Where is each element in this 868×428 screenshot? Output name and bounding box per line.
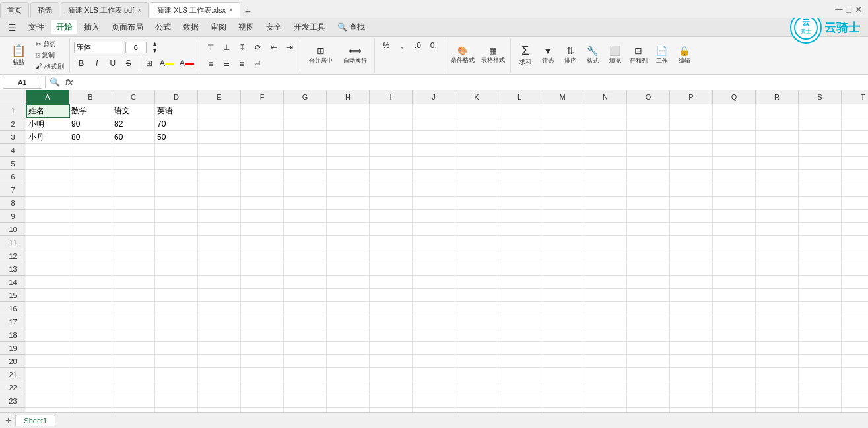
row-header-23[interactable]: 23 [0, 394, 26, 408]
copy-button[interactable]: ⎘ 复制 [33, 50, 67, 61]
cell-G15[interactable] [284, 289, 327, 302]
cell-H19[interactable] [327, 342, 370, 355]
cell-B18[interactable] [69, 328, 112, 342]
function-icon[interactable]: 🔍 [48, 77, 61, 87]
cell-I12[interactable] [370, 249, 413, 262]
cell-Q4[interactable] [713, 144, 756, 157]
cell-L3[interactable] [498, 131, 541, 144]
cell-J4[interactable] [413, 144, 455, 157]
window-maximize[interactable]: □ [846, 4, 851, 15]
cell-B4[interactable] [69, 144, 112, 157]
cell-F7[interactable] [241, 183, 284, 197]
cell-M2[interactable] [541, 117, 584, 131]
cell-B7[interactable] [69, 183, 112, 197]
cell-G8[interactable] [284, 197, 327, 210]
cell-D15[interactable] [155, 289, 198, 302]
cell-D20[interactable] [155, 355, 198, 368]
cell-H6[interactable] [327, 170, 370, 183]
cell-N11[interactable] [584, 236, 627, 249]
cell-N21[interactable] [584, 368, 627, 381]
col-header-H[interactable]: H [327, 90, 370, 104]
cell-S11[interactable] [799, 236, 842, 249]
cell-S1[interactable] [799, 104, 842, 117]
cell-F8[interactable] [241, 197, 284, 210]
cell-H11[interactable] [327, 236, 370, 249]
cell-F23[interactable] [241, 394, 284, 408]
cell-I17[interactable] [370, 315, 413, 328]
cell-G20[interactable] [284, 355, 327, 368]
cell-C14[interactable] [112, 276, 155, 289]
cell-N18[interactable] [584, 328, 627, 342]
cell-E23[interactable] [198, 394, 241, 408]
cell-I20[interactable] [370, 355, 413, 368]
cell-S7[interactable] [799, 183, 842, 197]
cell-A16[interactable] [26, 302, 69, 315]
cell-F13[interactable] [241, 262, 284, 276]
cell-P12[interactable] [670, 249, 713, 262]
row-header-21[interactable]: 21 [0, 368, 26, 381]
cell-O6[interactable] [627, 170, 670, 183]
cell-F19[interactable] [241, 342, 284, 355]
cell-Q5[interactable] [713, 157, 756, 170]
cell-Q10[interactable] [713, 223, 756, 236]
cell-D17[interactable] [155, 315, 198, 328]
cell-P6[interactable] [670, 170, 713, 183]
cell-C8[interactable] [112, 197, 155, 210]
cell-C7[interactable] [112, 183, 155, 197]
row-header-10[interactable]: 10 [0, 223, 26, 236]
cell-J14[interactable] [413, 276, 455, 289]
cell-F1[interactable] [241, 104, 284, 117]
cell-S8[interactable] [799, 197, 842, 210]
cell-J2[interactable] [413, 117, 455, 131]
cell-H17[interactable] [327, 315, 370, 328]
cell-E4[interactable] [198, 144, 241, 157]
conditional-format-button[interactable]: 🎨 条件格式 [448, 40, 477, 71]
italic-button[interactable]: I [90, 56, 104, 71]
cell-R7[interactable] [756, 183, 799, 197]
cell-K14[interactable] [455, 276, 498, 289]
cell-E5[interactable] [198, 157, 241, 170]
cell-H23[interactable] [327, 394, 370, 408]
cell-L22[interactable] [498, 381, 541, 394]
col-header-R[interactable]: R [756, 90, 799, 104]
cell-G19[interactable] [284, 342, 327, 355]
cell-I8[interactable] [370, 197, 413, 210]
tab-pdf[interactable]: 新建 XLS 工作表.pdf × [61, 2, 149, 18]
cell-S3[interactable] [799, 131, 842, 144]
cell-G17[interactable] [284, 315, 327, 328]
cell-F12[interactable] [241, 249, 284, 262]
tab-daoke[interactable]: 稻壳 [30, 2, 59, 18]
cell-M14[interactable] [541, 276, 584, 289]
cell-F21[interactable] [241, 368, 284, 381]
cell-J16[interactable] [413, 302, 455, 315]
cell-K9[interactable] [455, 210, 498, 223]
row-header-12[interactable]: 12 [0, 249, 26, 262]
cell-K11[interactable] [455, 236, 498, 249]
sum-button[interactable]: Σ 求和 [515, 40, 536, 71]
cell-J5[interactable] [413, 157, 455, 170]
cell-G11[interactable] [284, 236, 327, 249]
cell-N22[interactable] [584, 381, 627, 394]
cell-I7[interactable] [370, 183, 413, 197]
row-header-3[interactable]: 3 [0, 131, 26, 144]
cell-I22[interactable] [370, 381, 413, 394]
cell-J6[interactable] [413, 170, 455, 183]
cell-M11[interactable] [541, 236, 584, 249]
col-header-O[interactable]: O [627, 90, 670, 104]
cell-P1[interactable] [670, 104, 713, 117]
cell-H5[interactable] [327, 157, 370, 170]
cell-L21[interactable] [498, 368, 541, 381]
cell-R18[interactable] [756, 328, 799, 342]
cell-A8[interactable] [26, 197, 69, 210]
cell-B23[interactable] [69, 394, 112, 408]
cell-F14[interactable] [241, 276, 284, 289]
cell-C1[interactable]: 语文 [112, 104, 155, 117]
cell-P18[interactable] [670, 328, 713, 342]
cell-D19[interactable] [155, 342, 198, 355]
cell-F11[interactable] [241, 236, 284, 249]
cell-P2[interactable] [670, 117, 713, 131]
ribbon-tab-developer[interactable]: 开发工具 [288, 20, 331, 34]
cell-Q11[interactable] [713, 236, 756, 249]
cell-Q19[interactable] [713, 342, 756, 355]
col-header-L[interactable]: L [498, 90, 541, 104]
